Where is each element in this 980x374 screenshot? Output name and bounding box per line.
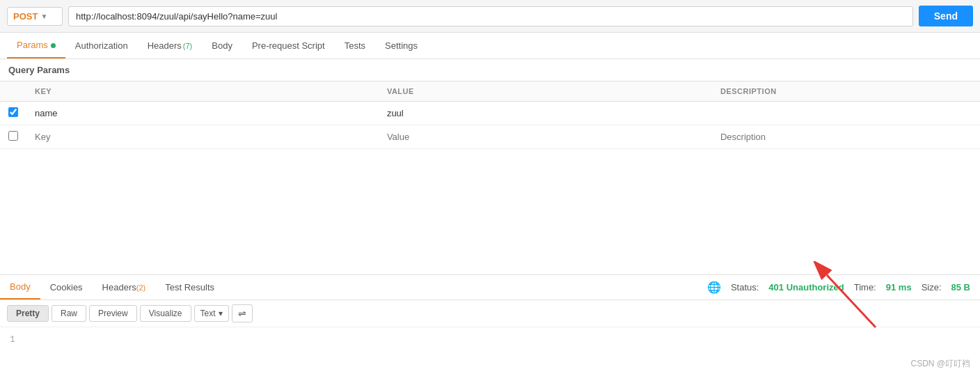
line-number: 1 — [10, 334, 15, 345]
empty-row-value-input[interactable] — [387, 132, 704, 142]
row-description-input[interactable] — [720, 108, 972, 118]
empty-row-description-input[interactable] — [720, 132, 972, 142]
row-key-cell — [26, 102, 379, 125]
empty-row-key-cell — [26, 125, 379, 149]
empty-row-checkbox[interactable] — [8, 131, 18, 141]
tab-authorization[interactable]: Authorization — [65, 33, 138, 58]
tab-pre-request-script[interactable]: Pre-request Script — [242, 33, 335, 58]
code-area-container: 1 CSDN @叮叮裆 — [0, 327, 980, 374]
table-row-empty — [0, 125, 980, 149]
tab-settings[interactable]: Settings — [375, 33, 427, 58]
row-value-input[interactable] — [387, 108, 704, 118]
globe-icon: 🌐 — [707, 281, 721, 294]
row-key-input[interactable] — [35, 108, 370, 118]
method-selector[interactable]: POST ▼ — [7, 7, 63, 26]
url-input[interactable] — [68, 6, 913, 26]
tab-body[interactable]: Body — [202, 33, 242, 58]
col-description-header: DESCRIPTION — [712, 81, 980, 102]
watermark: CSDN @叮叮裆 — [0, 355, 980, 374]
empty-row-key-input[interactable] — [35, 132, 370, 142]
code-area: 1 — [0, 327, 980, 355]
spacer — [0, 149, 980, 274]
bottom-section: Body Cookies Headers(2) Test Results 🌐 S… — [0, 274, 980, 374]
row-value-cell — [379, 102, 712, 125]
wrap-lines-button[interactable]: ⇌ — [232, 304, 253, 322]
status-info: 🌐 Status: 401 Unauthorized Time: 91 ms S… — [707, 281, 980, 294]
bottom-tab-headers[interactable]: Headers(2) — [93, 276, 156, 299]
bottom-tab-cookies[interactable]: Cookies — [40, 276, 93, 299]
size-value: 85 B — [951, 282, 970, 293]
row-checkbox[interactable] — [8, 107, 18, 117]
time-value: 91 ms — [886, 282, 912, 293]
send-button[interactable]: Send — [919, 6, 973, 26]
query-params-label: Query Params — [0, 59, 980, 81]
method-value: POST — [13, 11, 38, 22]
col-key-header: KEY — [26, 81, 379, 102]
params-table: KEY VALUE DESCRIPTION — [0, 81, 980, 149]
tab-tests[interactable]: Tests — [335, 33, 375, 58]
query-params-section: Query Params KEY VALUE DESCRIPTION — [0, 59, 980, 149]
format-type-value: Text — [200, 309, 216, 318]
tab-params[interactable]: Params — [7, 33, 65, 59]
format-visualize-button[interactable]: Visualize — [140, 305, 191, 322]
format-bar: Pretty Raw Preview Visualize Text ▾ ⇌ — [0, 300, 980, 327]
col-checkbox — [0, 81, 26, 102]
method-chevron-icon: ▼ — [40, 13, 47, 20]
empty-row-checkbox-cell — [0, 125, 26, 149]
format-type-chevron-icon: ▾ — [219, 309, 223, 318]
row-description-cell — [712, 102, 980, 125]
wrap-icon: ⇌ — [238, 308, 246, 319]
format-pretty-button[interactable]: Pretty — [7, 305, 49, 322]
status-label: Status: — [731, 282, 759, 293]
format-type-dropdown[interactable]: Text ▾ — [194, 305, 229, 322]
top-tab-bar: Params Authorization Headers(7) Body Pre… — [0, 33, 980, 59]
row-checkbox-cell — [0, 102, 26, 125]
bottom-tab-test-results[interactable]: Test Results — [155, 276, 224, 299]
format-raw-button[interactable]: Raw — [52, 305, 86, 322]
tab-headers[interactable]: Headers(7) — [138, 33, 203, 58]
empty-row-value-cell — [379, 125, 712, 149]
col-value-header: VALUE — [379, 81, 712, 102]
table-row — [0, 102, 980, 125]
bottom-tab-row: Body Cookies Headers(2) Test Results 🌐 S… — [0, 275, 980, 300]
bottom-tab-body[interactable]: Body — [0, 275, 40, 299]
main-container: POST ▼ Send Params Authorization Headers… — [0, 0, 980, 374]
url-bar: POST ▼ Send — [0, 0, 980, 33]
empty-row-description-cell — [712, 125, 980, 149]
time-label: Time: — [854, 282, 876, 293]
format-preview-button[interactable]: Preview — [89, 305, 137, 322]
params-dot-indicator — [51, 43, 56, 48]
status-value: 401 Unauthorized — [768, 282, 844, 293]
size-label: Size: — [922, 282, 942, 293]
bottom-tabs-left: Body Cookies Headers(2) Test Results — [0, 275, 224, 299]
